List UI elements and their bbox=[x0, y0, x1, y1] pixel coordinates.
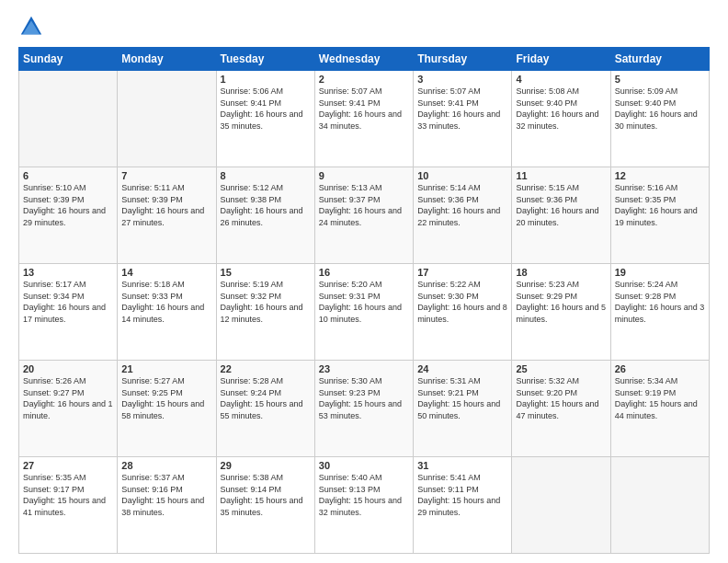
calendar-cell: 2Sunrise: 5:07 AM Sunset: 9:41 PM Daylig… bbox=[314, 71, 413, 167]
calendar-weekday: Tuesday bbox=[216, 48, 314, 71]
day-number: 4 bbox=[516, 74, 606, 85]
day-number: 28 bbox=[121, 460, 211, 471]
calendar-cell: 7Sunrise: 5:11 AM Sunset: 9:39 PM Daylig… bbox=[118, 167, 216, 264]
calendar-cell: 26Sunrise: 5:34 AM Sunset: 9:19 PM Dayli… bbox=[610, 361, 709, 457]
day-info: Sunrise: 5:11 AM Sunset: 9:39 PM Dayligh… bbox=[121, 182, 211, 228]
calendar-week-row: 1Sunrise: 5:06 AM Sunset: 9:41 PM Daylig… bbox=[19, 71, 710, 167]
day-number: 23 bbox=[319, 363, 409, 374]
calendar-cell: 8Sunrise: 5:12 AM Sunset: 9:38 PM Daylig… bbox=[216, 167, 314, 264]
day-info: Sunrise: 5:32 AM Sunset: 9:20 PM Dayligh… bbox=[516, 375, 606, 421]
calendar-week-row: 27Sunrise: 5:35 AM Sunset: 9:17 PM Dayli… bbox=[19, 457, 710, 554]
day-number: 24 bbox=[417, 363, 507, 374]
calendar-cell: 30Sunrise: 5:40 AM Sunset: 9:13 PM Dayli… bbox=[314, 457, 413, 554]
calendar-week-row: 20Sunrise: 5:26 AM Sunset: 9:27 PM Dayli… bbox=[19, 361, 710, 457]
day-info: Sunrise: 5:24 AM Sunset: 9:28 PM Dayligh… bbox=[615, 279, 705, 325]
day-info: Sunrise: 5:09 AM Sunset: 9:40 PM Dayligh… bbox=[615, 86, 705, 132]
calendar-cell bbox=[512, 457, 610, 554]
day-number: 31 bbox=[417, 460, 507, 471]
day-info: Sunrise: 5:28 AM Sunset: 9:24 PM Dayligh… bbox=[221, 375, 311, 421]
calendar-cell: 23Sunrise: 5:30 AM Sunset: 9:23 PM Dayli… bbox=[314, 361, 413, 457]
day-number: 19 bbox=[615, 267, 705, 278]
day-info: Sunrise: 5:12 AM Sunset: 9:38 PM Dayligh… bbox=[221, 182, 311, 228]
day-number: 6 bbox=[23, 170, 113, 181]
day-info: Sunrise: 5:18 AM Sunset: 9:33 PM Dayligh… bbox=[121, 279, 211, 325]
day-number: 2 bbox=[319, 74, 409, 85]
day-number: 7 bbox=[121, 170, 211, 181]
day-info: Sunrise: 5:22 AM Sunset: 9:30 PM Dayligh… bbox=[417, 279, 507, 325]
day-info: Sunrise: 5:35 AM Sunset: 9:17 PM Dayligh… bbox=[23, 472, 113, 518]
calendar-cell: 11Sunrise: 5:15 AM Sunset: 9:36 PM Dayli… bbox=[512, 167, 610, 264]
day-number: 8 bbox=[221, 170, 311, 181]
day-number: 27 bbox=[23, 460, 113, 471]
calendar-cell: 1Sunrise: 5:06 AM Sunset: 9:41 PM Daylig… bbox=[216, 71, 314, 167]
day-info: Sunrise: 5:41 AM Sunset: 9:11 PM Dayligh… bbox=[417, 472, 507, 518]
day-number: 5 bbox=[615, 74, 705, 85]
day-info: Sunrise: 5:19 AM Sunset: 9:32 PM Dayligh… bbox=[221, 279, 311, 325]
day-info: Sunrise: 5:27 AM Sunset: 9:25 PM Dayligh… bbox=[121, 375, 211, 421]
day-number: 26 bbox=[615, 363, 705, 374]
day-number: 29 bbox=[221, 460, 311, 471]
calendar-cell bbox=[118, 71, 216, 167]
header bbox=[18, 14, 710, 40]
day-info: Sunrise: 5:06 AM Sunset: 9:41 PM Dayligh… bbox=[221, 86, 311, 132]
day-info: Sunrise: 5:08 AM Sunset: 9:40 PM Dayligh… bbox=[516, 86, 606, 132]
calendar-weekday: Wednesday bbox=[314, 48, 413, 71]
day-info: Sunrise: 5:30 AM Sunset: 9:23 PM Dayligh… bbox=[319, 375, 409, 421]
calendar-cell: 16Sunrise: 5:20 AM Sunset: 9:31 PM Dayli… bbox=[314, 264, 413, 361]
calendar-cell: 27Sunrise: 5:35 AM Sunset: 9:17 PM Dayli… bbox=[19, 457, 118, 554]
calendar-cell: 31Sunrise: 5:41 AM Sunset: 9:11 PM Dayli… bbox=[414, 457, 512, 554]
day-info: Sunrise: 5:14 AM Sunset: 9:36 PM Dayligh… bbox=[417, 182, 507, 228]
calendar-cell bbox=[19, 71, 118, 167]
calendar-cell: 9Sunrise: 5:13 AM Sunset: 9:37 PM Daylig… bbox=[314, 167, 413, 264]
calendar-cell: 20Sunrise: 5:26 AM Sunset: 9:27 PM Dayli… bbox=[19, 361, 118, 457]
day-info: Sunrise: 5:37 AM Sunset: 9:16 PM Dayligh… bbox=[121, 472, 211, 518]
calendar-header-row: SundayMondayTuesdayWednesdayThursdayFrid… bbox=[19, 48, 710, 71]
day-info: Sunrise: 5:07 AM Sunset: 9:41 PM Dayligh… bbox=[319, 86, 409, 132]
day-info: Sunrise: 5:10 AM Sunset: 9:39 PM Dayligh… bbox=[23, 182, 113, 228]
day-number: 10 bbox=[417, 170, 507, 181]
calendar-cell: 22Sunrise: 5:28 AM Sunset: 9:24 PM Dayli… bbox=[216, 361, 314, 457]
day-number: 3 bbox=[417, 74, 507, 85]
calendar-cell: 15Sunrise: 5:19 AM Sunset: 9:32 PM Dayli… bbox=[216, 264, 314, 361]
day-info: Sunrise: 5:07 AM Sunset: 9:41 PM Dayligh… bbox=[417, 86, 507, 132]
calendar-cell: 5Sunrise: 5:09 AM Sunset: 9:40 PM Daylig… bbox=[610, 71, 709, 167]
page: SundayMondayTuesdayWednesdayThursdayFrid… bbox=[0, 0, 728, 563]
calendar-week-row: 6Sunrise: 5:10 AM Sunset: 9:39 PM Daylig… bbox=[19, 167, 710, 264]
calendar-table: SundayMondayTuesdayWednesdayThursdayFrid… bbox=[18, 47, 710, 554]
day-info: Sunrise: 5:16 AM Sunset: 9:35 PM Dayligh… bbox=[615, 182, 705, 228]
day-info: Sunrise: 5:23 AM Sunset: 9:29 PM Dayligh… bbox=[516, 279, 606, 325]
day-number: 22 bbox=[221, 363, 311, 374]
calendar-weekday: Monday bbox=[118, 48, 216, 71]
calendar-weekday: Thursday bbox=[414, 48, 512, 71]
calendar-cell bbox=[610, 457, 709, 554]
calendar-cell: 12Sunrise: 5:16 AM Sunset: 9:35 PM Dayli… bbox=[610, 167, 709, 264]
day-number: 9 bbox=[319, 170, 409, 181]
logo bbox=[18, 14, 48, 40]
day-number: 14 bbox=[121, 267, 211, 278]
day-info: Sunrise: 5:17 AM Sunset: 9:34 PM Dayligh… bbox=[23, 279, 113, 325]
day-number: 13 bbox=[23, 267, 113, 278]
calendar-weekday: Sunday bbox=[19, 48, 118, 71]
calendar-weekday: Saturday bbox=[610, 48, 709, 71]
day-number: 18 bbox=[516, 267, 606, 278]
day-info: Sunrise: 5:13 AM Sunset: 9:37 PM Dayligh… bbox=[319, 182, 409, 228]
day-info: Sunrise: 5:20 AM Sunset: 9:31 PM Dayligh… bbox=[319, 279, 409, 325]
day-number: 16 bbox=[319, 267, 409, 278]
day-number: 30 bbox=[319, 460, 409, 471]
day-number: 12 bbox=[615, 170, 705, 181]
calendar-cell: 18Sunrise: 5:23 AM Sunset: 9:29 PM Dayli… bbox=[512, 264, 610, 361]
calendar-cell: 17Sunrise: 5:22 AM Sunset: 9:30 PM Dayli… bbox=[414, 264, 512, 361]
day-info: Sunrise: 5:40 AM Sunset: 9:13 PM Dayligh… bbox=[319, 472, 409, 518]
day-info: Sunrise: 5:34 AM Sunset: 9:19 PM Dayligh… bbox=[615, 375, 705, 421]
day-number: 17 bbox=[417, 267, 507, 278]
calendar-cell: 10Sunrise: 5:14 AM Sunset: 9:36 PM Dayli… bbox=[414, 167, 512, 264]
calendar-cell: 13Sunrise: 5:17 AM Sunset: 9:34 PM Dayli… bbox=[19, 264, 118, 361]
calendar-cell: 19Sunrise: 5:24 AM Sunset: 9:28 PM Dayli… bbox=[610, 264, 709, 361]
calendar-cell: 4Sunrise: 5:08 AM Sunset: 9:40 PM Daylig… bbox=[512, 71, 610, 167]
day-info: Sunrise: 5:15 AM Sunset: 9:36 PM Dayligh… bbox=[516, 182, 606, 228]
logo-icon bbox=[18, 14, 44, 40]
day-number: 11 bbox=[516, 170, 606, 181]
day-number: 1 bbox=[221, 74, 311, 85]
day-number: 15 bbox=[221, 267, 311, 278]
calendar-cell: 21Sunrise: 5:27 AM Sunset: 9:25 PM Dayli… bbox=[118, 361, 216, 457]
